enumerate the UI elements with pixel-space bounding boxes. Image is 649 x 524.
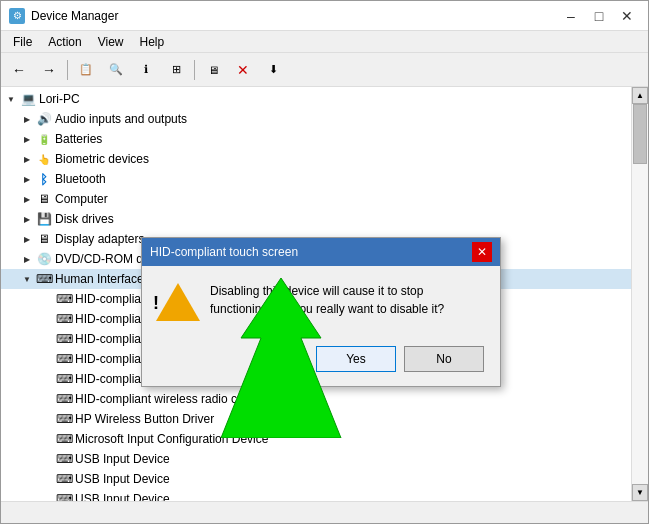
forward-button[interactable]: → bbox=[35, 57, 63, 83]
scan-button[interactable]: 🔍 bbox=[102, 57, 130, 83]
main-content: 💻 Lori-PC 🔊 Audio inputs and outputs 🔋 B… bbox=[1, 87, 648, 501]
monitor-button[interactable]: 🖥 bbox=[199, 57, 227, 83]
maximize-button[interactable]: □ bbox=[586, 6, 612, 26]
menu-help[interactable]: Help bbox=[132, 33, 173, 51]
window-title: Device Manager bbox=[31, 9, 558, 23]
dialog-overlay: HID-compliant touch screen ✕ ! Disabling… bbox=[1, 87, 648, 501]
dialog-body: ! Disabling this device will cause it to… bbox=[142, 266, 500, 338]
menu-view[interactable]: View bbox=[90, 33, 132, 51]
update-button[interactable]: ⬇ bbox=[259, 57, 287, 83]
toolbar-separator-2 bbox=[194, 60, 195, 80]
dialog-title: HID-compliant touch screen bbox=[150, 245, 472, 259]
close-button[interactable]: ✕ bbox=[614, 6, 640, 26]
menu-bar: File Action View Help bbox=[1, 31, 648, 53]
back-button[interactable]: ← bbox=[5, 57, 33, 83]
disable-button[interactable]: ✕ bbox=[229, 57, 257, 83]
properties-button[interactable]: 📋 bbox=[72, 57, 100, 83]
dialog-title-bar: HID-compliant touch screen ✕ bbox=[142, 238, 500, 266]
menu-action[interactable]: Action bbox=[40, 33, 89, 51]
minimize-button[interactable]: – bbox=[558, 6, 584, 26]
dialog-yes-button[interactable]: Yes bbox=[316, 346, 396, 372]
info-button[interactable]: ℹ bbox=[132, 57, 160, 83]
app-icon: ⚙ bbox=[9, 8, 25, 24]
disable-device-dialog: HID-compliant touch screen ✕ ! Disabling… bbox=[141, 237, 501, 387]
title-bar: ⚙ Device Manager – □ ✕ bbox=[1, 1, 648, 31]
device-prop-button[interactable]: ⊞ bbox=[162, 57, 190, 83]
device-manager-window: ⚙ Device Manager – □ ✕ File Action View … bbox=[0, 0, 649, 524]
window-controls: – □ ✕ bbox=[558, 6, 640, 26]
dialog-no-button[interactable]: No bbox=[404, 346, 484, 372]
warning-icon: ! bbox=[158, 282, 198, 322]
dialog-close-button[interactable]: ✕ bbox=[472, 242, 492, 262]
status-bar bbox=[1, 501, 648, 523]
toolbar: ← → 📋 🔍 ℹ ⊞ 🖥 ✕ ⬇ bbox=[1, 53, 648, 87]
toolbar-separator-1 bbox=[67, 60, 68, 80]
dialog-message: Disabling this device will cause it to s… bbox=[210, 282, 484, 318]
dialog-footer: Yes No bbox=[142, 338, 500, 386]
menu-file[interactable]: File bbox=[5, 33, 40, 51]
